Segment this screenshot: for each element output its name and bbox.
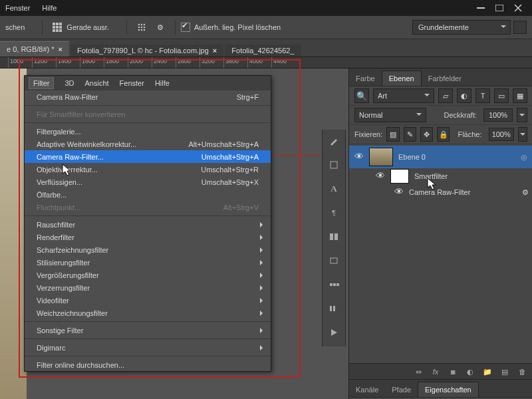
close-icon[interactable]: × xyxy=(213,47,217,55)
document-tab[interactable]: Fotolia_42624562_ xyxy=(225,45,301,57)
fill-arrow[interactable] xyxy=(518,127,527,142)
menu-item[interactable]: Vergrößerungsfilter xyxy=(25,269,271,281)
svg-rect-5 xyxy=(56,23,59,25)
swatches-icon[interactable] xyxy=(327,277,341,292)
menu-fenster[interactable]: Fenster xyxy=(120,79,144,87)
filter-shape-icon[interactable]: ▭ xyxy=(494,88,509,103)
option-delete[interactable]: schen xyxy=(5,23,25,31)
brush-icon[interactable] xyxy=(327,134,341,148)
tab-farbe[interactable]: Farbe xyxy=(349,71,382,86)
play-icon[interactable] xyxy=(327,325,341,340)
menu-item[interactable]: Verzerrungsfilter xyxy=(25,281,271,294)
filter-entry-row[interactable]: 👁 Camera Raw-Filter ⚙ xyxy=(349,184,532,200)
filter-smart-icon[interactable]: ▦ xyxy=(513,88,527,103)
grid-icon[interactable] xyxy=(52,22,63,33)
menu-3d[interactable]: 3D xyxy=(65,79,74,87)
lock-label: Fixieren: xyxy=(354,130,382,138)
close-button[interactable] xyxy=(509,2,527,14)
menu-item-label: Weichzeichnungsfilter xyxy=(37,309,108,317)
document-tab-active[interactable]: e 0, RGB/8#) *× xyxy=(0,41,69,57)
menu-item[interactable]: Ölfarbe... xyxy=(25,188,271,201)
visibility-icon[interactable]: 👁 xyxy=(354,152,364,162)
tab-farbfelder[interactable]: Farbfelder xyxy=(422,71,468,86)
search-icon[interactable]: 🔍 xyxy=(354,88,369,103)
panel-toggle-button[interactable] xyxy=(513,21,527,34)
smartfilter-row[interactable]: 👁 Smartfilter xyxy=(349,168,532,184)
menu-item: Für Smartfilter konvertieren xyxy=(25,108,271,120)
menu-item[interactable]: Renderfilter xyxy=(25,231,271,243)
menu-item[interactable]: Rauschfilter xyxy=(25,218,271,231)
menu-item[interactable]: Filtergalerie... xyxy=(25,125,271,138)
menu-item[interactable]: Verflüssigen...Umschalt+Strg+X xyxy=(25,176,271,188)
adjustment-icon[interactable]: ◐ xyxy=(465,366,475,377)
lock-move-icon[interactable]: ✥ xyxy=(420,127,433,142)
lock-transparency-icon[interactable]: ▨ xyxy=(386,127,399,142)
menu-filter[interactable]: Filter xyxy=(29,77,54,89)
close-icon[interactable]: × xyxy=(59,45,63,53)
option-straighten[interactable]: Gerade ausr. xyxy=(66,23,109,31)
menubar-fenster[interactable]: Fenster xyxy=(5,4,30,12)
workspace-combo[interactable]: Grundelemente xyxy=(412,20,511,35)
tool-icon[interactable] xyxy=(327,253,341,268)
tool-icon[interactable] xyxy=(327,158,341,172)
new-layer-icon[interactable]: ▤ xyxy=(499,366,510,377)
svg-rect-24 xyxy=(334,233,338,240)
opacity-arrow[interactable] xyxy=(517,108,527,122)
fill-field[interactable]: 100% xyxy=(489,128,514,141)
minimize-button[interactable] xyxy=(472,2,489,14)
tab-kanaele[interactable]: Kanäle xyxy=(349,382,385,397)
maximize-button[interactable] xyxy=(491,2,508,14)
paragraph-icon[interactable]: ¶ xyxy=(327,205,341,220)
filter-text-icon[interactable]: T xyxy=(475,88,490,103)
layer-thumbnail[interactable] xyxy=(369,148,393,166)
layer-row[interactable]: 👁 Ebene 0 ◎ xyxy=(349,146,532,168)
menu-item[interactable]: Weichzeichnungsfilter xyxy=(25,307,271,319)
filter-adjust-icon[interactable]: ◐ xyxy=(457,88,471,103)
menu-item[interactable]: Camera Raw-Filter...Umschalt+Strg+A xyxy=(25,150,271,163)
visibility-icon[interactable]: 👁 xyxy=(376,172,385,181)
grid-icon-2[interactable] xyxy=(136,22,147,33)
filter-settings-icon[interactable]: ⚙ xyxy=(522,188,529,197)
blend-mode-combo[interactable]: Normal xyxy=(354,108,426,122)
trash-icon[interactable]: 🗑 xyxy=(517,366,527,377)
text-icon[interactable]: A xyxy=(327,182,341,196)
menu-item[interactable]: Objektivkorrektur...Umschalt+Strg+R xyxy=(25,163,271,176)
checkbox-delete-outside[interactable] xyxy=(181,23,190,32)
svg-rect-12 xyxy=(59,29,62,32)
menu-item[interactable]: Videofilter xyxy=(25,294,271,307)
visibility-icon[interactable]: 👁 xyxy=(394,188,404,197)
menu-item[interactable]: Filter online durchsuchen... xyxy=(25,358,271,371)
tool-icon[interactable] xyxy=(327,229,341,244)
menu-item[interactable]: Stilisierungsfilter xyxy=(25,256,271,269)
filter-image-icon[interactable]: ▱ xyxy=(438,88,453,103)
gear-icon[interactable]: ⚙ xyxy=(155,22,166,33)
menu-item[interactable]: Digimarc xyxy=(25,341,271,354)
filter-mask-thumbnail[interactable] xyxy=(390,169,409,184)
menu-item[interactable]: Scharfzeichnungsfilter xyxy=(25,243,271,256)
svg-rect-29 xyxy=(330,306,332,311)
fx-icon[interactable]: fx xyxy=(430,366,441,377)
menu-ansicht[interactable]: Ansicht xyxy=(85,79,109,87)
group-icon[interactable]: 📁 xyxy=(482,366,493,377)
link-icon[interactable]: ⇔ xyxy=(413,366,424,377)
tab-pfade[interactable]: Pfade xyxy=(385,382,418,397)
lock-all-icon[interactable]: 🔒 xyxy=(437,127,450,142)
timeline-icon[interactable] xyxy=(327,301,341,316)
opacity-field[interactable]: 100% xyxy=(483,108,513,122)
svg-point-21 xyxy=(144,29,146,31)
lock-paint-icon[interactable]: ✎ xyxy=(404,127,416,142)
menu-item[interactable]: Camera Raw-FilterStrg+F xyxy=(25,90,271,103)
filter-type-combo[interactable]: Art xyxy=(373,88,434,103)
tab-ebenen[interactable]: Ebenen xyxy=(382,70,422,86)
menu-item[interactable]: Adaptive Weitwinkelkorrektur...Alt+Umsch… xyxy=(25,138,271,150)
mask-icon[interactable]: ◙ xyxy=(448,366,458,377)
layer-name[interactable]: Ebene 0 xyxy=(398,153,426,161)
menu-item-label: Stilisierungsfilter xyxy=(37,259,90,267)
tab-eigenschaften[interactable]: Eigenschaften xyxy=(418,382,479,397)
document-tab[interactable]: Fotolia_797890_L © hc - Fotolia.com.jpg× xyxy=(70,45,223,57)
smart-object-icon: ◎ xyxy=(521,153,527,162)
menu-item[interactable]: Sonstige Filter xyxy=(25,324,271,336)
filter-name[interactable]: Camera Raw-Filter xyxy=(409,188,470,196)
menu-hilfe[interactable]: Hilfe xyxy=(155,79,170,87)
menubar-hilfe[interactable]: Hilfe xyxy=(42,4,57,12)
